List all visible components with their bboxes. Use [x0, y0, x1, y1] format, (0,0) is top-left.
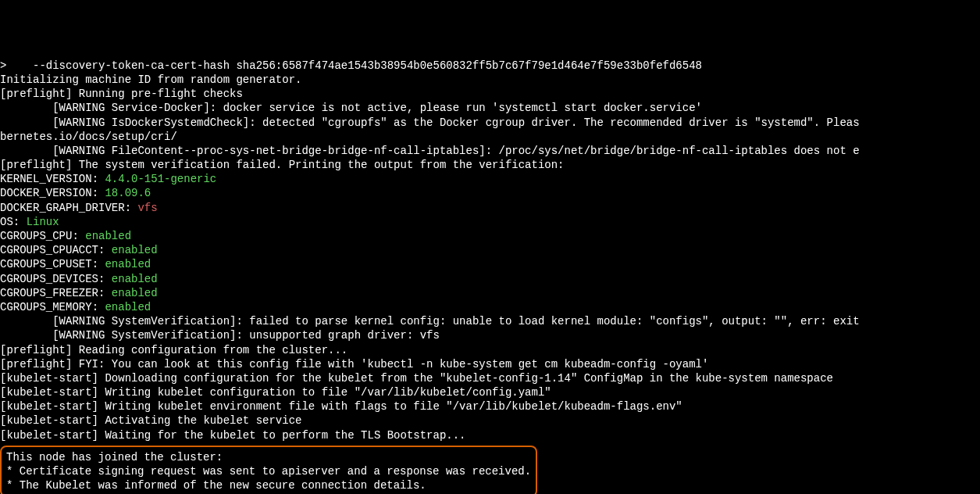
kv-label: CGROUPS_CPUACCT — [0, 244, 98, 256]
kv-label: CGROUPS_CPU — [0, 230, 72, 242]
kv-line: CGROUPS_MEMORY: enabled — [0, 300, 980, 314]
output-line: [WARNING IsDockerSystemdCheck]: detected… — [0, 116, 980, 130]
kv-value: vfs — [137, 202, 157, 214]
output-line: [kubelet-start] Writing kubelet configur… — [0, 385, 980, 399]
output-line: > --discovery-token-ca-cert-hash sha256:… — [0, 59, 980, 73]
output-line: [preflight] The system verification fail… — [0, 158, 980, 172]
kv-line: CGROUPS_CPUSET: enabled — [0, 257, 980, 271]
kv-line: CGROUPS_FREEZER: enabled — [0, 286, 980, 300]
kv-value: 4.4.0-151-generic — [105, 173, 216, 185]
kv-value: enabled — [85, 230, 131, 242]
kv-label: KERNEL_VERSION — [0, 173, 92, 185]
output-line: [WARNING Service-Docker]: docker service… — [0, 101, 980, 115]
kv-value: Linux — [27, 216, 59, 228]
output-line: [kubelet-start] Writing kubelet environm… — [0, 399, 980, 413]
output-line: [kubelet-start] Waiting for the kubelet … — [0, 428, 980, 442]
kv-label: OS — [0, 216, 13, 228]
output-line: [preflight] FYI: You can look at this co… — [0, 357, 980, 371]
output-line: [kubelet-start] Activating the kubelet s… — [0, 413, 980, 428]
kv-label: CGROUPS_CPUSET — [0, 258, 92, 270]
output-line: [WARNING SystemVerification]: failed to … — [0, 314, 980, 328]
output-line: Initializing machine ID from random gene… — [0, 73, 980, 87]
kv-line: DOCKER_GRAPH_DRIVER: vfs — [0, 201, 980, 215]
output-line: [preflight] Running pre-flight checks — [0, 87, 980, 101]
kv-value: enabled — [112, 244, 158, 256]
kv-value: enabled — [112, 273, 158, 285]
output-line: * The Kubelet was informed of the new se… — [6, 478, 531, 492]
output-line: This node has joined the cluster: — [6, 450, 531, 464]
terminal-output[interactable]: > --discovery-token-ca-cert-hash sha256:… — [0, 59, 980, 494]
output-line: * Certificate signing request was sent t… — [6, 464, 531, 478]
kv-line: KERNEL_VERSION: 4.4.0-151-generic — [0, 172, 980, 186]
kv-label: CGROUPS_MEMORY — [0, 301, 92, 313]
kv-line: CGROUPS_CPUACCT: enabled — [0, 243, 980, 257]
kv-value: enabled — [105, 258, 151, 270]
output-line: [WARNING FileContent--proc-sys-net-bridg… — [0, 144, 980, 158]
kv-label: DOCKER_VERSION — [0, 187, 92, 199]
kv-line: CGROUPS_CPU: enabled — [0, 229, 980, 243]
output-line: bernetes.io/docs/setup/cri/ — [0, 130, 980, 144]
kv-line: DOCKER_VERSION: 18.09.6 — [0, 186, 980, 200]
kv-label: CGROUPS_FREEZER — [0, 287, 98, 299]
kv-line: CGROUPS_DEVICES: enabled — [0, 272, 980, 286]
highlighted-result-box: This node has joined the cluster:* Certi… — [0, 446, 537, 494]
output-line: [kubelet-start] Downloading configuratio… — [0, 371, 980, 385]
kv-label: CGROUPS_DEVICES — [0, 273, 98, 285]
kv-label: DOCKER_GRAPH_DRIVER — [0, 202, 125, 214]
kv-line: OS: Linux — [0, 215, 980, 229]
kv-value: 18.09.6 — [105, 187, 151, 199]
output-line: [WARNING SystemVerification]: unsupporte… — [0, 328, 980, 342]
output-line: [preflight] Reading configuration from t… — [0, 343, 980, 357]
kv-value: enabled — [105, 301, 151, 313]
kv-value: enabled — [112, 287, 158, 299]
